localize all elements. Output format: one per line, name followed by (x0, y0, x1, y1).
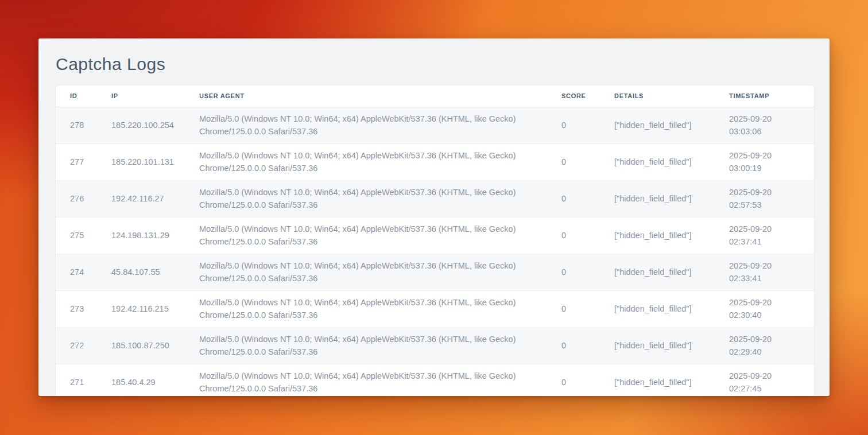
cell-score: 0 (561, 327, 614, 364)
cell-ip: 45.84.107.55 (111, 254, 199, 290)
cell-user_agent: Mozilla/5.0 (Windows NT 10.0; Win64; x64… (199, 107, 561, 143)
cell-timestamp: 2025-09-20 03:00:19 (729, 143, 814, 180)
cell-ip: 192.42.116.27 (111, 180, 199, 217)
column-header-details: DETAILS (614, 86, 729, 107)
logs-table-card: IDIPUSER AGENTSCOREDETAILSTIMESTAMP 2781… (56, 86, 814, 396)
cell-score: 0 (561, 290, 614, 327)
cell-ip: 185.40.4.29 (111, 364, 199, 396)
cell-details: ["hidden_field_filled"] (614, 254, 729, 290)
cell-id: 271 (56, 364, 111, 396)
cell-details: ["hidden_field_filled"] (614, 143, 729, 180)
cell-timestamp: 2025-09-20 02:33:41 (729, 254, 814, 290)
table-row: 275124.198.131.29Mozilla/5.0 (Windows NT… (56, 217, 814, 254)
cell-score: 0 (561, 364, 614, 396)
cell-user_agent: Mozilla/5.0 (Windows NT 10.0; Win64; x64… (199, 364, 561, 396)
table-row: 272185.100.87.250Mozilla/5.0 (Windows NT… (56, 327, 814, 364)
cell-timestamp: 2025-09-20 02:57:53 (729, 180, 814, 217)
cell-timestamp: 2025-09-20 02:27:45 (729, 364, 814, 396)
logs-table: IDIPUSER AGENTSCOREDETAILSTIMESTAMP 2781… (56, 86, 814, 396)
column-header-timestamp: TIMESTAMP (729, 86, 814, 107)
captcha-logs-panel: Captcha Logs IDIPUSER AGENTSCOREDETAILST… (38, 38, 830, 396)
cell-id: 272 (56, 327, 111, 364)
table-body: 278185.220.100.254Mozilla/5.0 (Windows N… (56, 107, 814, 396)
cell-ip: 185.220.101.131 (111, 143, 199, 180)
table-row: 277185.220.101.131Mozilla/5.0 (Windows N… (56, 143, 814, 180)
column-header-id: ID (56, 86, 111, 107)
cell-user_agent: Mozilla/5.0 (Windows NT 10.0; Win64; x64… (199, 290, 561, 327)
cell-user_agent: Mozilla/5.0 (Windows NT 10.0; Win64; x64… (199, 254, 561, 290)
cell-ip: 185.100.87.250 (111, 327, 199, 364)
cell-details: ["hidden_field_filled"] (614, 217, 729, 254)
cell-details: ["hidden_field_filled"] (614, 290, 729, 327)
table-header-row: IDIPUSER AGENTSCOREDETAILSTIMESTAMP (56, 86, 814, 107)
cell-user_agent: Mozilla/5.0 (Windows NT 10.0; Win64; x64… (199, 180, 561, 217)
cell-timestamp: 2025-09-20 03:03:06 (729, 107, 814, 143)
cell-timestamp: 2025-09-20 02:37:41 (729, 217, 814, 254)
cell-ip: 185.220.100.254 (111, 107, 199, 143)
cell-details: ["hidden_field_filled"] (614, 180, 729, 217)
column-header-ip: IP (111, 86, 199, 107)
table-row: 278185.220.100.254Mozilla/5.0 (Windows N… (56, 107, 814, 143)
cell-id: 276 (56, 180, 111, 217)
cell-id: 277 (56, 143, 111, 180)
cell-id: 275 (56, 217, 111, 254)
table-row: 271185.40.4.29Mozilla/5.0 (Windows NT 10… (56, 364, 814, 396)
table-header: IDIPUSER AGENTSCOREDETAILSTIMESTAMP (56, 86, 814, 107)
page-title: Captcha Logs (56, 55, 814, 74)
table-row: 276192.42.116.27Mozilla/5.0 (Windows NT … (56, 180, 814, 217)
cell-details: ["hidden_field_filled"] (614, 327, 729, 364)
column-header-score: SCORE (561, 86, 614, 107)
cell-user_agent: Mozilla/5.0 (Windows NT 10.0; Win64; x64… (199, 217, 561, 254)
table-row: 273192.42.116.215Mozilla/5.0 (Windows NT… (56, 290, 814, 327)
cell-user_agent: Mozilla/5.0 (Windows NT 10.0; Win64; x64… (199, 327, 561, 364)
cell-details: ["hidden_field_filled"] (614, 364, 729, 396)
cell-id: 278 (56, 107, 111, 143)
cell-score: 0 (561, 107, 614, 143)
cell-timestamp: 2025-09-20 02:29:40 (729, 327, 814, 364)
table-row: 27445.84.107.55Mozilla/5.0 (Windows NT 1… (56, 254, 814, 290)
cell-ip: 124.198.131.29 (111, 217, 199, 254)
cell-score: 0 (561, 143, 614, 180)
cell-score: 0 (561, 217, 614, 254)
cell-timestamp: 2025-09-20 02:30:40 (729, 290, 814, 327)
cell-ip: 192.42.116.215 (111, 290, 199, 327)
cell-id: 274 (56, 254, 111, 290)
cell-score: 0 (561, 254, 614, 290)
cell-user_agent: Mozilla/5.0 (Windows NT 10.0; Win64; x64… (199, 143, 561, 180)
column-header-user_agent: USER AGENT (199, 86, 561, 107)
cell-score: 0 (561, 180, 614, 217)
cell-id: 273 (56, 290, 111, 327)
cell-details: ["hidden_field_filled"] (614, 107, 729, 143)
